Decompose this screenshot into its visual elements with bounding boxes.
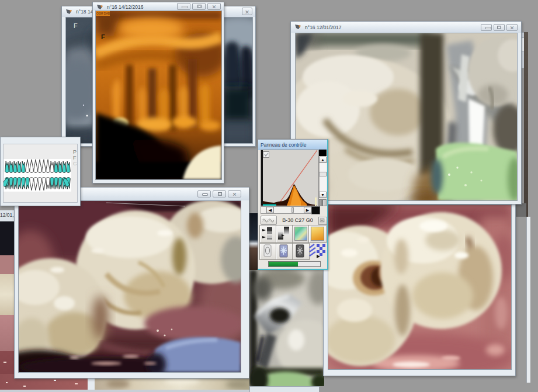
svg-text:F: F: [74, 22, 78, 29]
svg-text:OSM DAB: OSM DAB: [96, 12, 110, 15]
svg-text:F: F: [101, 33, 105, 40]
